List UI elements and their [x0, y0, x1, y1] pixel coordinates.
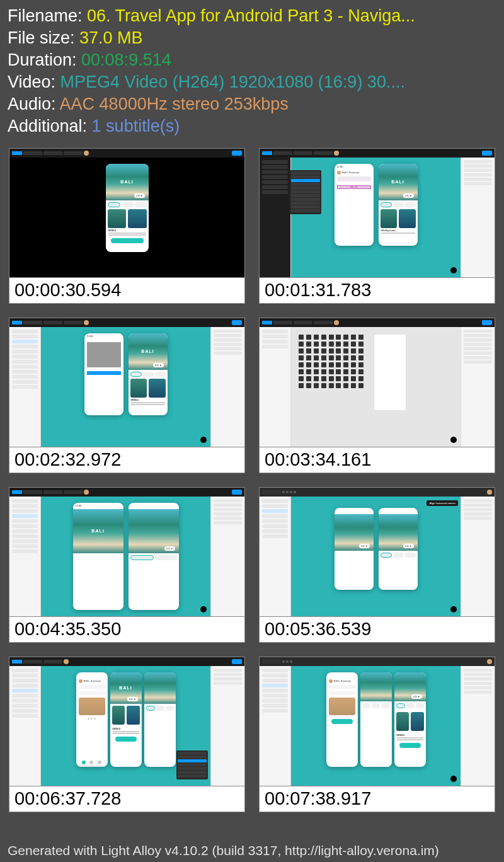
timestamp-1: 00:00:30.594 — [9, 278, 245, 304]
bali-text: BALI — [120, 180, 133, 184]
rating-badge: 4.8 ★ — [164, 546, 175, 551]
filename-value: 06. Travel App for Android Part 3 - Navi… — [87, 6, 415, 25]
villa-text: Villa Kayu Lama — [381, 229, 415, 232]
hello-text: Hello, Souranyi — [334, 679, 351, 682]
thumbnail-image-6: Align horizontal centers 4.8 ★ 4.8 ★ — [259, 487, 495, 617]
time-text: 12:00 — [335, 164, 374, 170]
filesize-row: File size: 37.0 MB — [8, 27, 496, 49]
filesize-value: 37.0 MB — [79, 28, 143, 47]
timestamp-4: 00:03:34.161 — [259, 447, 495, 473]
rating-badge: 4.8 ★ — [403, 193, 414, 198]
rating-badge: 4.8 ★ — [127, 697, 138, 701]
thumbnail-image-7: Hello, Souranyi BALI4.8 ★ DETAILS — [9, 657, 245, 786]
icon-grid — [294, 330, 369, 393]
video-label: Video: — [8, 72, 60, 91]
video-value: MPEG4 Video (H264) 1920x1080 (16:9) 30..… — [60, 72, 405, 91]
timestamp-5: 00:04:35.350 — [9, 617, 245, 643]
duration-row: Duration: 00:08:9.514 — [8, 49, 496, 71]
bali-text: BALI — [91, 529, 104, 533]
thumbnail-image-8: Hello, Souranyi 4.8 ★ — [259, 657, 495, 786]
rating-badge: 4.8 ★ — [403, 544, 414, 548]
thumbnail-4[interactable]: 00:03:34.161 — [259, 318, 495, 473]
thumbnail-8[interactable]: Hello, Souranyi 4.8 ★ — [259, 657, 495, 812]
bali-text: BALI — [391, 180, 404, 184]
thumbnail-image-3: 12:00 BALI4.8 ★ DETAILS — [9, 318, 245, 447]
thumbnail-image-4 — [259, 318, 495, 447]
thumbnail-2[interactable]: 12:00 Hello, Souranyi 360 x 24 BALI4.8 ★… — [259, 148, 495, 304]
footer-text: Generated with Light Alloy v4.10.2 (buil… — [8, 843, 439, 858]
timestamp-3: 00:02:32.972 — [9, 447, 245, 473]
additional-value: 1 subtitle(s) — [92, 117, 180, 135]
video-row: Video: MPEG4 Video (H264) 1920x1080 (16:… — [8, 71, 496, 93]
timestamp-2: 00:01:31.783 — [259, 278, 495, 304]
audio-row: Audio: AAC 48000Hz stereo 253kbps — [8, 93, 496, 115]
details-title: DETAILS — [108, 229, 146, 232]
audio-value: AAC 48000Hz stereo 253kbps — [60, 95, 289, 113]
thumbnail-5[interactable]: 12:00 BALI 4.8 ★ 00:04:35.350 — [9, 487, 245, 643]
media-info-panel: Filename: 06. Travel App for Android Par… — [0, 0, 504, 146]
filesize-label: File size: — [8, 28, 79, 47]
duration-value: 00:08:9.514 — [81, 50, 171, 69]
details-title: DETAILS — [131, 399, 165, 401]
thumbnail-1[interactable]: BALI4.8 ★ DETAILS 00:00:30.594 — [9, 148, 245, 304]
hello-text: Hello, Souranyi — [342, 171, 359, 174]
timestamp-7: 00:06:37.728 — [9, 786, 245, 812]
thumbnail-7[interactable]: Hello, Souranyi BALI4.8 ★ DETAILS — [9, 657, 245, 812]
rating-badge: 4.8 ★ — [153, 363, 164, 367]
thumbnail-3[interactable]: 12:00 BALI4.8 ★ DETAILS 00:02:32. — [9, 318, 245, 473]
filename-row: Filename: 06. Travel App for Android Par… — [8, 5, 496, 27]
details-title: DETAILS — [113, 728, 139, 730]
timestamp-6: 00:05:36.539 — [259, 617, 495, 643]
thumbnail-image-1: BALI4.8 ★ DETAILS — [9, 148, 245, 278]
additional-row: Additional: 1 subtitle(s) — [8, 115, 496, 137]
filename-label: Filename: — [8, 6, 87, 25]
bali-text: BALI — [141, 349, 154, 353]
thumbnail-grid: BALI4.8 ★ DETAILS 00:00:30.594 1 — [0, 146, 504, 812]
audio-label: Audio: — [8, 95, 60, 113]
time-text: 12:00 — [73, 503, 123, 509]
time-text: 12:00 — [84, 333, 123, 340]
thumbnail-6[interactable]: Align horizontal centers 4.8 ★ 4.8 ★ — [259, 487, 495, 643]
hello-text: Hello, Souranyi — [84, 679, 101, 682]
bali-text: BALI — [119, 686, 132, 690]
rating-badge: 4.8 ★ — [411, 694, 422, 699]
thumbnail-image-5: 12:00 BALI 4.8 ★ — [9, 487, 245, 617]
details-title: DETAILS — [397, 734, 423, 737]
timestamp-8: 00:07:38.917 — [259, 786, 495, 812]
additional-label: Additional: — [8, 117, 92, 135]
thumbnail-image-2: 12:00 Hello, Souranyi 360 x 24 BALI4.8 ★… — [259, 148, 495, 278]
rating-badge: 4.8 ★ — [359, 544, 370, 548]
rating-badge: 4.8 ★ — [134, 193, 145, 198]
duration-label: Duration: — [8, 50, 81, 69]
avatar-icon — [337, 171, 341, 175]
